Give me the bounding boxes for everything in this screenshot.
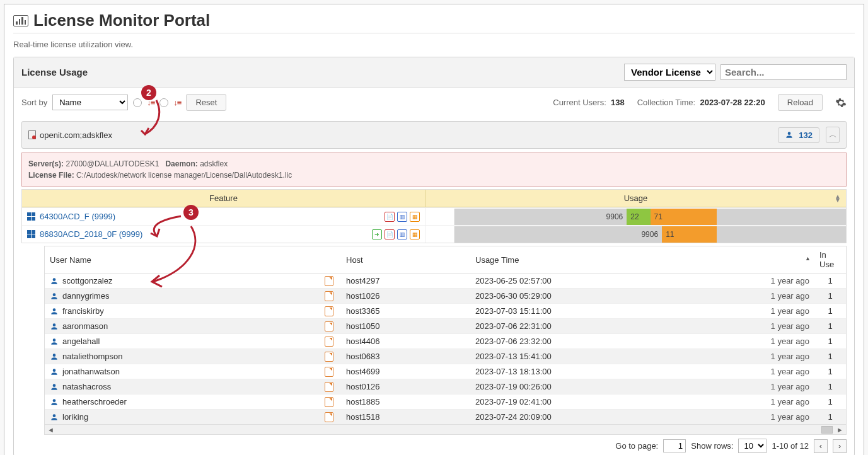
usage-ago: 1 year ago — [771, 306, 809, 316]
column-user-name[interactable]: User Name — [45, 246, 341, 274]
server-icon — [28, 130, 36, 139]
chart-icon[interactable]: ▥ — [397, 212, 407, 222]
table-row[interactable]: heatherschroederhost18852023-07-19 02:41… — [45, 395, 846, 410]
current-users-value: 138 — [611, 98, 625, 107]
user-doc-icon[interactable] — [325, 412, 333, 422]
doc-icon[interactable]: 📄 — [385, 212, 395, 222]
usage-ago: 1 year ago — [771, 397, 809, 406]
search-input[interactable] — [720, 64, 847, 80]
doc-icon[interactable]: 📄 — [385, 229, 395, 239]
person-icon — [50, 383, 59, 391]
usage-ago: 1 year ago — [771, 352, 809, 361]
host-cell: host1050 — [341, 319, 470, 334]
feature-row: 64300ACD_F (9999)📄▥▦99062271 — [22, 207, 846, 225]
in-use: 1 — [814, 395, 846, 410]
sort-asc-radio[interactable] — [133, 98, 142, 107]
user-name: natashacross — [62, 382, 111, 391]
goto-page-label: Go to page: — [615, 441, 658, 451]
user-doc-icon[interactable] — [325, 352, 333, 362]
column-usage-time[interactable]: Usage Time — [470, 246, 814, 274]
user-doc-icon[interactable] — [325, 397, 333, 407]
column-usage[interactable]: Usage ▲▼ — [425, 190, 846, 207]
column-host[interactable]: Host — [341, 246, 470, 274]
table-row[interactable]: lorikinghost15182023-07-24 20:09:001 yea… — [45, 410, 846, 425]
table-row[interactable]: franciskirbyhost33652023-07-03 15:11:001… — [45, 304, 846, 319]
user-doc-icon[interactable] — [325, 306, 333, 316]
show-rows-select[interactable]: 10 — [738, 439, 767, 453]
user-doc-icon[interactable] — [325, 367, 333, 377]
user-name: scottgonzalez — [62, 276, 113, 285]
page-subtitle: Real-time license utilization view. — [13, 40, 855, 49]
license-type-select[interactable]: Vendor License — [624, 64, 715, 81]
usage-ago: 1 year ago — [771, 412, 809, 422]
user-name: nataliethompson — [62, 352, 122, 361]
host-cell: host1518 — [341, 410, 470, 425]
sort-field-select[interactable]: Name — [52, 95, 128, 110]
table-row[interactable]: angelahallhost44062023-07-06 23:32:001 y… — [45, 334, 846, 349]
user-doc-icon[interactable] — [325, 337, 333, 347]
user-doc-icon[interactable] — [325, 321, 333, 331]
user-name: heatherschroeder — [62, 397, 127, 406]
page-title: License Monitor Portal — [33, 11, 210, 30]
feature-link[interactable]: 64300ACD_F (9999) — [40, 212, 115, 221]
table-row[interactable]: scottgonzalezhost42972023-06-25 02:57:00… — [45, 274, 846, 289]
reset-button[interactable]: Reset — [186, 94, 226, 111]
table-row[interactable]: natashacrosshost01262023-07-19 00:26:001… — [45, 379, 846, 395]
in-use: 1 — [814, 304, 846, 319]
table-row[interactable]: aaronmasonhost10502023-07-06 22:31:001 y… — [45, 319, 846, 334]
prev-page-button[interactable]: ‹ — [814, 439, 828, 453]
user-doc-icon[interactable] — [325, 382, 333, 392]
server-name: openit.com;adskflex — [40, 130, 112, 140]
user-name: franciskirby — [62, 306, 104, 316]
reload-button[interactable]: Reload — [778, 94, 823, 111]
user-doc-icon[interactable] — [325, 291, 333, 301]
usage-time: 2023-07-19 00:26:00 — [475, 382, 552, 391]
user-name: aaronmason — [62, 321, 108, 331]
table-row[interactable]: dannygrimeshost10262023-06-30 05:29:001 … — [45, 289, 846, 304]
users-table: User Name Host Usage Time In Use scottgo… — [44, 246, 847, 435]
collection-time-label: Collection Time: — [637, 98, 695, 107]
table-icon[interactable]: ▦ — [410, 212, 420, 222]
host-cell: host1885 — [341, 395, 470, 410]
user-name: angelahall — [62, 337, 100, 346]
user-doc-icon[interactable] — [325, 276, 333, 286]
server-header[interactable]: openit.com;adskflex 132 ︿ — [21, 121, 847, 149]
usage-time: 2023-07-13 15:41:00 — [475, 352, 552, 361]
table-icon[interactable]: ▦ — [410, 229, 420, 239]
next-page-button[interactable]: › — [833, 439, 847, 453]
usage-time: 2023-06-25 02:57:00 — [475, 276, 552, 285]
usage-time: 2023-07-06 23:32:00 — [475, 337, 552, 346]
column-feature[interactable]: Feature — [22, 190, 425, 207]
person-icon — [50, 277, 59, 285]
host-cell: host3365 — [341, 304, 470, 319]
table-row[interactable]: jonathanwatsonhost46992023-07-13 18:13:0… — [45, 364, 846, 379]
chart-icon[interactable]: ▥ — [397, 229, 407, 239]
usage-total: 9906 — [454, 226, 662, 243]
usage-time: 2023-07-24 20:09:00 — [475, 412, 552, 422]
gear-icon[interactable] — [835, 97, 847, 108]
annotation-2: 2 — [141, 85, 156, 100]
goto-page-input[interactable] — [663, 439, 686, 452]
collapse-icon[interactable]: ︿ — [826, 127, 840, 143]
feature-link[interactable]: 86830ACD_2018_0F (9999) — [40, 229, 142, 239]
feature-row: 86830ACD_2018_0F (9999)➜📄▥▦990611 — [22, 225, 846, 243]
column-in-use[interactable]: In Use — [814, 246, 846, 274]
usage-ago: 1 year ago — [771, 337, 809, 346]
host-cell: host4297 — [341, 274, 470, 289]
usage-ago: 1 year ago — [771, 367, 809, 376]
horizontal-scrollbar[interactable]: ◄ ► — [45, 424, 846, 434]
license-usage-panel: License Usage Vendor License Sort by Nam… — [13, 57, 855, 455]
table-row[interactable]: nataliethompsonhost06832023-07-13 15:41:… — [45, 349, 846, 364]
person-icon — [50, 413, 59, 422]
in-use: 1 — [814, 364, 846, 379]
sort-desc-radio[interactable] — [159, 98, 168, 107]
host-cell: host0126 — [341, 379, 470, 395]
person-icon — [50, 292, 59, 301]
host-cell: host0683 — [341, 349, 470, 364]
host-cell: host4406 — [341, 334, 470, 349]
usage-segment: 71 — [651, 209, 717, 225]
collection-time-value: 2023-07-28 22:20 — [700, 98, 765, 107]
user-name: jonathanwatson — [62, 367, 120, 376]
usage-time: 2023-06-30 05:29:00 — [475, 291, 552, 301]
export-icon[interactable]: ➜ — [372, 229, 382, 239]
